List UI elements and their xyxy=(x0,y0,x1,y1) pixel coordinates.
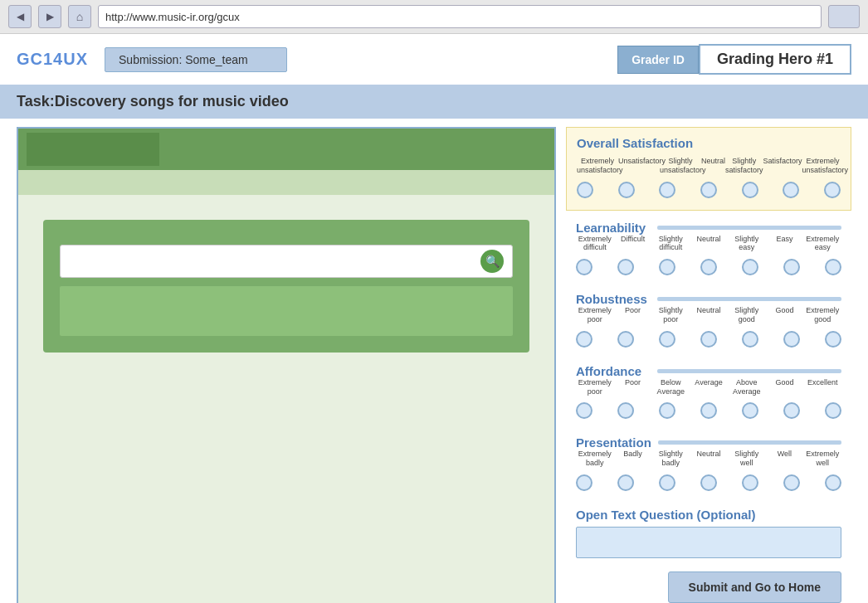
submission-label: Submission: Some_team xyxy=(105,47,287,72)
lrn-label-2: Difficult xyxy=(614,235,652,253)
go-button[interactable] xyxy=(828,5,860,28)
rob-radio-4[interactable] xyxy=(700,331,717,348)
page-content: GC14UX Submission: Some_team Grader ID G… xyxy=(0,34,868,603)
lrn-label-5: Slightly easy xyxy=(728,235,766,253)
aff-radio-4[interactable] xyxy=(700,402,717,419)
rob-label-2: Poor xyxy=(614,306,652,324)
back-button[interactable]: ◀ xyxy=(8,5,32,28)
robustness-labels: Extremely poor Poor Slightly poor Neutra… xyxy=(576,306,841,324)
rob-radio-5[interactable] xyxy=(742,331,758,348)
pres-radio-1[interactable] xyxy=(576,474,592,491)
lrn-radio-3[interactable] xyxy=(659,259,675,275)
presentation-bar xyxy=(658,440,841,445)
aff-radio-6[interactable] xyxy=(783,402,800,419)
search-icon[interactable]: 🔍 xyxy=(480,250,504,273)
lrn-label-4: Neutral xyxy=(690,235,728,253)
presentation-labels: Extremely badly Badly Slightly badly Neu… xyxy=(576,450,841,468)
presentation-section: Presentation Extremely badly Badly Sligh… xyxy=(566,430,851,499)
rob-radio-3[interactable] xyxy=(659,331,675,348)
aff-radio-7[interactable] xyxy=(825,402,841,419)
lrn-label-7: Extremely easy xyxy=(803,235,841,253)
rob-radio-2[interactable] xyxy=(617,331,634,348)
pres-radio-5[interactable] xyxy=(742,474,758,491)
open-text-title: Open Text Question (Optional) xyxy=(576,508,841,522)
rob-radio-1[interactable] xyxy=(576,331,592,348)
aff-radio-3[interactable] xyxy=(659,402,675,419)
rob-label-5: Slightly good xyxy=(728,306,766,324)
overall-radio-4[interactable] xyxy=(700,182,717,198)
rob-radio-7[interactable] xyxy=(825,331,841,348)
label-5: Slightly satisfactory xyxy=(725,157,763,175)
overall-radio-5[interactable] xyxy=(742,182,758,198)
learnability-labels: Extremely difficult Difficult Slightly d… xyxy=(576,235,841,253)
label-7: Extremely unsatisfactory xyxy=(802,157,844,175)
pres-label-6: Well xyxy=(766,450,804,468)
search-bar[interactable]: 🔍 xyxy=(60,245,513,278)
affordance-labels: Extremely poor Poor Below Average Averag… xyxy=(576,378,841,396)
affordance-bar xyxy=(657,369,841,373)
lrn-radio-6[interactable] xyxy=(783,259,800,275)
lrn-radio-4[interactable] xyxy=(700,259,717,275)
label-6: Satisfactory xyxy=(763,157,802,175)
label-1: Extremely unsatisfactory xyxy=(577,157,618,175)
pres-radio-6[interactable] xyxy=(783,474,800,491)
affordance-header-row: Affordance xyxy=(576,364,841,378)
pres-label-2: Badly xyxy=(614,450,652,468)
pres-label-3: Slightly badly xyxy=(651,450,690,468)
url-bar[interactable] xyxy=(98,5,822,28)
label-2: Unsatisfactory xyxy=(618,157,660,175)
search-bg-area xyxy=(60,286,513,336)
open-text-input[interactable] xyxy=(576,527,841,558)
aff-radio-1[interactable] xyxy=(576,402,592,419)
aff-label-2: Poor xyxy=(614,378,652,396)
overall-radio-1[interactable] xyxy=(577,182,593,198)
overall-satisfaction-title: Overall Satisfaction xyxy=(577,136,841,150)
robustness-title: Robustness xyxy=(576,292,651,306)
forward-button[interactable]: ▶ xyxy=(38,5,61,28)
pres-radio-2[interactable] xyxy=(617,474,634,491)
presentation-header-row: Presentation xyxy=(576,435,841,450)
pres-radio-4[interactable] xyxy=(700,474,717,491)
pres-label-4: Neutral xyxy=(690,450,728,468)
aff-label-3: Below Average xyxy=(651,378,690,396)
learnability-radio-row xyxy=(576,255,841,279)
overall-radio-6[interactable] xyxy=(783,182,799,198)
rob-label-1: Extremely poor xyxy=(576,306,614,324)
aff-radio-2[interactable] xyxy=(617,402,634,419)
pres-label-1: Extremely badly xyxy=(576,450,614,468)
rob-radio-6[interactable] xyxy=(783,331,800,348)
ui-panel-body: 🔍 xyxy=(18,195,554,377)
submit-button[interactable]: Submit and Go to Home xyxy=(668,571,841,603)
aff-label-6: Good xyxy=(766,378,804,396)
pres-radio-7[interactable] xyxy=(825,474,841,491)
aff-radio-5[interactable] xyxy=(742,402,758,419)
aff-label-5: Above Average xyxy=(728,378,766,396)
aff-label-7: Excellent xyxy=(803,378,841,396)
overall-radio-7[interactable] xyxy=(824,182,841,198)
pres-label-7: Extremely well xyxy=(803,450,841,468)
robustness-header-row: Robustness xyxy=(576,292,841,306)
overall-radio-3[interactable] xyxy=(659,182,675,198)
rob-label-4: Neutral xyxy=(690,306,728,324)
pres-radio-3[interactable] xyxy=(659,474,675,491)
search-container: 🔍 xyxy=(43,220,529,353)
main-content: 🔍 Overall Satisfaction Extremely unsatis… xyxy=(0,119,868,603)
aff-label-4: Average xyxy=(690,378,728,396)
grader-id-value: Grading Hero #1 xyxy=(699,44,851,75)
search-input[interactable] xyxy=(69,249,480,274)
overall-satisfaction-section: Overall Satisfaction Extremely unsatisfa… xyxy=(566,127,851,211)
ui-panel-header xyxy=(18,129,554,170)
home-button[interactable]: ⌂ xyxy=(68,5,91,28)
overall-radio-2[interactable] xyxy=(618,182,635,198)
robustness-radio-row xyxy=(576,328,841,351)
robustness-bar xyxy=(657,297,841,301)
lrn-radio-5[interactable] xyxy=(742,259,758,275)
rob-label-3: Slightly poor xyxy=(651,306,690,324)
presentation-title: Presentation xyxy=(576,435,651,450)
learnability-bar xyxy=(657,226,841,230)
lrn-radio-7[interactable] xyxy=(825,259,841,275)
lrn-radio-1[interactable] xyxy=(576,259,592,275)
lrn-radio-2[interactable] xyxy=(617,259,634,275)
rob-label-6: Good xyxy=(766,306,804,324)
submit-row: Submit and Go to Home xyxy=(566,563,851,603)
